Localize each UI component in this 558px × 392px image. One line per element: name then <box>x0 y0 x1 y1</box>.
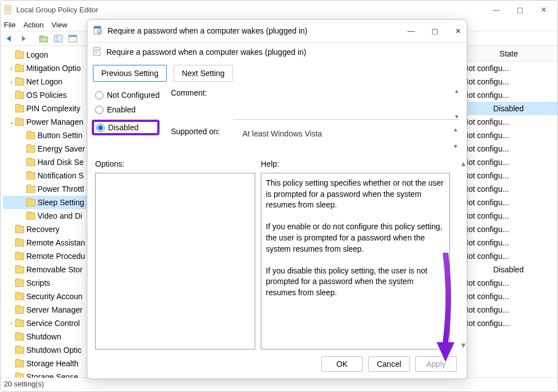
radio-disabled-label: Disabled <box>108 123 138 132</box>
state-cell: Not configu... <box>459 292 557 301</box>
radio-enabled[interactable]: Enabled <box>95 105 160 114</box>
ok-button[interactable]: OK <box>321 356 363 372</box>
tree-item-label: Storage Health <box>26 357 78 370</box>
dialog-minimize-button[interactable]: ― <box>407 27 415 35</box>
folder-icon <box>15 374 24 378</box>
close-button[interactable]: ✕ <box>538 6 548 14</box>
tree-item[interactable]: Button Settin <box>3 129 90 142</box>
chevron-down-icon[interactable]: ⌄ <box>7 115 15 129</box>
comment-textarea[interactable] <box>233 88 459 120</box>
scroll-up-icon[interactable]: ▲ <box>453 127 458 133</box>
scroll-up-icon[interactable]: ▲ <box>454 88 459 94</box>
tree-item-label: Recovery <box>26 223 59 236</box>
scroll-down-icon[interactable]: ▼ <box>460 341 467 350</box>
tree-item[interactable]: Logon <box>3 48 90 62</box>
svg-marker-5 <box>22 36 26 41</box>
svg-rect-20 <box>95 51 99 51</box>
tree-item[interactable]: Remote Procedu <box>3 249 90 263</box>
radio-disabled[interactable]: Disabled <box>96 123 153 132</box>
tree-item-label: Video and Di <box>37 209 82 223</box>
navigation-tree[interactable]: Logon›Mitigation Optio›Net LogonOS Polic… <box>1 46 90 377</box>
tree-item[interactable]: Removable Stor <box>3 263 90 276</box>
chevron-right-icon[interactable]: › <box>7 317 15 330</box>
tree-item[interactable]: Scripts <box>3 276 90 290</box>
cancel-button[interactable]: Cancel <box>368 356 410 372</box>
svg-rect-19 <box>95 49 99 50</box>
svg-rect-8 <box>54 35 62 42</box>
tree-item-label: Remote Procedu <box>26 249 85 263</box>
tree-item[interactable]: OS Policies <box>3 88 90 102</box>
properties-button[interactable] <box>67 32 79 45</box>
back-button[interactable] <box>3 32 15 45</box>
folder-icon <box>15 51 24 59</box>
state-cell: Disabled <box>459 104 557 113</box>
tree-item-label: Storage Sense <box>26 370 78 377</box>
folder-icon <box>15 320 24 327</box>
tree-item[interactable]: Notification S <box>3 169 90 182</box>
tree-item[interactable]: ›Service Control <box>3 317 90 330</box>
help-box: This policy setting specifies whether or… <box>261 173 450 350</box>
tree-item[interactable]: Shutdown Optic <box>3 343 90 357</box>
folder-icon <box>15 333 24 341</box>
show-hide-tree-button[interactable] <box>52 32 64 45</box>
scroll-down-icon[interactable]: ▼ <box>453 144 458 149</box>
tree-item[interactable]: Remote Assistan <box>3 236 90 249</box>
tree-item[interactable]: Video and Di <box>3 209 90 223</box>
tree-item-label: Net Logon <box>26 75 63 88</box>
tree-item[interactable]: Sleep Setting <box>3 196 90 209</box>
state-cell: Not configu... <box>459 185 557 193</box>
tree-item[interactable]: Storage Health <box>3 357 90 370</box>
scroll-up-icon[interactable]: ▲ <box>460 159 467 168</box>
apply-button[interactable]: Apply <box>415 356 457 372</box>
svg-rect-3 <box>6 11 10 11</box>
dialog-maximize-button[interactable]: ▢ <box>432 27 438 35</box>
dialog-footer: OK Cancel Apply <box>87 350 467 379</box>
chevron-right-icon[interactable]: › <box>7 75 15 88</box>
tree-item[interactable]: Security Accoun <box>3 290 90 303</box>
state-cell: Not configu... <box>459 131 557 140</box>
tree-item[interactable]: PIN Complexity <box>3 102 90 115</box>
folder-icon <box>26 172 35 180</box>
svg-marker-4 <box>7 36 11 41</box>
maximize-button[interactable]: ▢ <box>515 6 525 14</box>
state-radio-group: Not Configured Enabled Disabled <box>95 88 160 149</box>
tree-item-label: Sleep Setting <box>37 196 84 209</box>
tree-item-label: Shutdown <box>26 330 61 343</box>
tree-item-label: Scripts <box>26 276 50 290</box>
state-cell: Not configu... <box>459 305 557 314</box>
menu-action[interactable]: Action <box>24 21 44 29</box>
minimize-button[interactable]: ― <box>491 6 501 14</box>
tree-item[interactable]: ⌄Power Managen <box>3 115 90 129</box>
state-cell: Not configu... <box>459 225 557 234</box>
radio-not-configured[interactable]: Not Configured <box>95 91 160 100</box>
menu-file[interactable]: File <box>4 21 16 29</box>
tree-item[interactable]: Server Manager <box>3 303 90 317</box>
tree-item[interactable]: Power Throttl <box>3 182 90 196</box>
chevron-right-icon[interactable]: › <box>7 62 15 75</box>
folder-icon <box>15 360 24 367</box>
tree-item-label: Service Control <box>26 317 80 330</box>
tree-item[interactable]: Storage Sense <box>3 370 90 377</box>
dialog-close-button[interactable]: ✕ <box>455 27 461 35</box>
svg-rect-21 <box>95 53 97 53</box>
tree-item[interactable]: Energy Saver <box>3 142 90 155</box>
radio-disabled-input[interactable] <box>96 124 105 132</box>
tree-item[interactable]: ›Net Logon <box>3 75 90 88</box>
radio-enabled-input[interactable] <box>95 106 104 114</box>
tree-item-label: Hard Disk Se <box>37 155 83 169</box>
up-button[interactable] <box>37 32 50 45</box>
column-state[interactable]: State <box>459 49 557 58</box>
state-cell: Not configu... <box>459 278 557 287</box>
statusbar: 20 setting(s) <box>1 377 557 391</box>
tree-item[interactable]: ›Mitigation Optio <box>3 62 90 75</box>
folder-icon <box>15 266 24 273</box>
tree-item[interactable]: Recovery <box>3 223 90 236</box>
tree-item[interactable]: Shutdown <box>3 330 90 343</box>
previous-setting-button[interactable]: Previous Setting <box>93 65 167 82</box>
tree-item[interactable]: Hard Disk Se <box>3 155 90 169</box>
forward-button[interactable] <box>17 32 30 45</box>
menu-view[interactable]: View <box>51 21 67 29</box>
radio-not-configured-input[interactable] <box>95 91 104 100</box>
next-setting-button[interactable]: Next Setting <box>174 65 233 82</box>
scroll-down-icon[interactable]: ▼ <box>454 114 459 120</box>
